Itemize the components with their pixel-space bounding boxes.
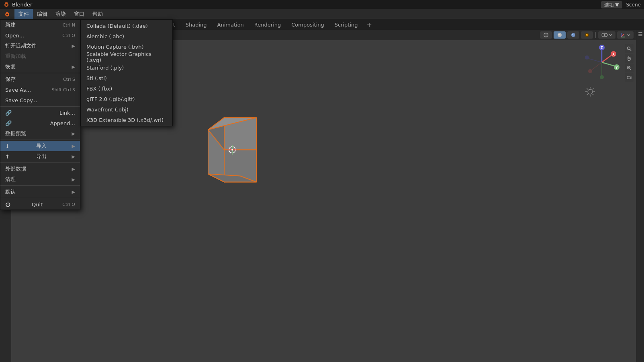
scene-name-area: 选项 ▼ Scene [601,2,641,8]
separator-3 [0,140,80,140]
file-recent-item[interactable]: 打开近期文件 ▶ [0,41,80,51]
viewport-shading-rendered[interactable] [581,31,593,39]
file-recover-item[interactable]: 恢复 ▶ [0,62,80,72]
overlays-icon [601,32,608,38]
viewport-shading-material[interactable] [567,31,579,39]
separator-1 [0,73,80,73]
svg-rect-117 [627,76,630,79]
camera-icon [627,75,632,80]
hand-tool-button[interactable] [625,54,634,63]
add-workspace-button[interactable]: + [364,20,375,30]
import-gltf-item[interactable]: glTF 2.0 (.glb/.gltf) [81,94,172,104]
file-save-copy-item[interactable]: Save Copy... [0,95,80,105]
svg-line-82 [621,34,624,37]
svg-line-107 [588,58,602,62]
viewport-overlays-button[interactable] [598,31,615,39]
viewport-shading-solid[interactable] [554,31,566,39]
wireframe-icon [543,32,549,38]
chevron-down-sm-icon [609,33,612,37]
import-x3d-item[interactable]: X3D Extensible 3D (.x3d/.wrl) [81,115,172,125]
chevron-down-gizmo-icon [627,33,630,37]
hand-icon [627,56,632,61]
file-defaults-item[interactable]: 默认 ▶ [0,187,80,197]
svg-line-112 [630,49,632,51]
file-reload-item[interactable]: 重新加载 [0,51,80,62]
file-save-item[interactable]: 保存 Ctrl S [0,74,80,84]
svg-line-123 [587,88,588,90]
separator-4 [0,162,80,163]
tab-animation[interactable]: Animation [213,20,249,29]
import-submenu: Collada (Default) (.dae) Alembic (.abc) … [80,19,173,126]
blender-menu-item[interactable] [0,9,14,19]
svg-point-1 [6,4,8,6]
file-data-preview-item[interactable]: 数据预览 ▶ [0,128,80,139]
cube-object [200,106,280,187]
zoom-button[interactable] [625,64,634,72]
cube-svg [200,106,280,186]
separator-5 [0,185,80,186]
file-external-data-item[interactable]: 外部数据 ▶ [0,164,80,174]
search-icon [627,46,632,51]
separator-6 [0,198,80,198]
scene-name-label: Scene [626,2,641,8]
file-link-item[interactable]: 🔗 Link... [0,107,80,118]
window-menu-item[interactable]: 窗口 [70,9,88,19]
quit-icon: ⏻ [5,202,10,208]
edit-menu-item[interactable]: 编辑 [33,9,51,19]
tab-rendering[interactable]: Rendering [249,20,286,29]
view-select-dropdown[interactable]: 选项 ▼ [601,1,622,8]
svg-point-4 [6,13,8,15]
search-button[interactable] [625,44,634,53]
file-menu-item[interactable]: 文件 [14,9,33,19]
svg-line-126 [587,94,588,95]
import-stl-item[interactable]: Stl (.stl) [81,73,172,83]
tab-shading[interactable]: Shading [181,20,212,29]
properties-button[interactable] [638,31,643,37]
render-menu-item[interactable]: 渲染 [51,9,70,19]
file-quit-item[interactable]: ⏻ Quit Ctrl Q [0,199,80,210]
import-stanford-item[interactable]: Stanford (.ply) [81,62,172,73]
svg-line-116 [630,69,632,70]
zoom-icon [627,66,632,70]
file-export-item[interactable]: ↑ 导出 ▶ [0,151,80,162]
help-menu-item[interactable]: 帮助 [88,9,107,19]
svg-text:Z: Z [601,46,603,50]
blender-logo-icon [3,1,10,8]
svg-point-110 [600,75,604,79]
svg-point-73 [558,33,562,37]
titlebar: Blender [0,0,644,9]
svg-point-79 [586,34,587,35]
import-alembic-item[interactable]: Alembic (.abc) [81,31,172,41]
menubar: 文件 编辑 渲染 窗口 帮助 [0,9,644,19]
link-icon: 🔗 [5,110,12,116]
import-fbx-item[interactable]: FBX (.fbx) [81,83,172,94]
svg-line-124 [593,94,594,95]
camera-view-button[interactable] [625,73,634,82]
file-dropdown-menu: 新建 Ctrl N Open... Ctrl O 打开近期文件 ▶ 重新加载 恢… [0,19,80,210]
file-new-item[interactable]: 新建 Ctrl N [0,20,80,30]
gizmo-icon [620,32,626,38]
viewport-gizmo-button[interactable] [617,31,634,39]
navigation-gizmo-svg: Z X Y [584,44,620,80]
file-append-item[interactable]: 🔗 Append... [0,118,80,128]
tab-compositing[interactable]: Compositing [286,20,329,29]
right-sidebar [636,30,644,362]
svg-point-94 [231,149,233,151]
file-import-item[interactable]: ↓ 导入 ▶ [0,141,80,151]
svg-rect-5 [6,12,8,12]
svg-line-125 [593,88,594,90]
tab-scripting[interactable]: Scripting [330,20,363,29]
import-collada-item[interactable]: Collada (Default) (.dae) [81,21,172,31]
file-open-item[interactable]: Open... Ctrl O [0,30,80,41]
svg-line-102 [602,62,616,66]
svg-text:Y: Y [615,66,618,70]
blender-icon [4,11,10,17]
file-clean-item[interactable]: 清理 ▶ [0,174,80,185]
file-save-as-item[interactable]: Save As... Shift Ctrl S [0,84,80,95]
viewport-shading-wire[interactable] [540,31,552,39]
import-svg-item[interactable]: Scalable Vector Graphics (.svg) [81,52,172,62]
sun-icon [585,86,596,97]
import-obj-item[interactable]: Wavefront (.obj) [81,104,172,115]
import-motion-capture-item[interactable]: Motion Capture (.bvh) [81,41,172,52]
svg-line-105 [591,62,602,70]
